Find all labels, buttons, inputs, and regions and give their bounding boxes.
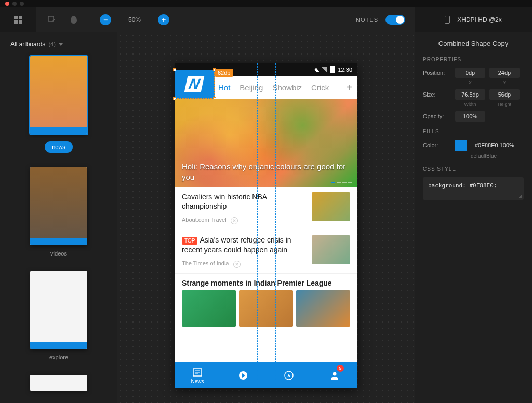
hero-image[interactable]: Holi: Reasons why organic colours are go…	[175, 99, 357, 187]
position-y[interactable]: 24dp	[489, 68, 520, 78]
section-fills: FILLS	[423, 129, 524, 135]
bottom-nav: News 9	[175, 362, 357, 388]
notes-label: NOTES	[356, 17, 378, 23]
top-badge: TOP	[182, 237, 197, 245]
position-x[interactable]: 0dp	[455, 68, 485, 78]
artboard-thumb-4[interactable]	[30, 375, 87, 391]
dismiss-icon[interactable]: ✕	[233, 261, 241, 268]
carousel-dots	[331, 182, 352, 183]
zoom-out-button[interactable]: −	[100, 14, 111, 25]
artboard-thumb-explore[interactable]	[30, 271, 87, 349]
zoom-level: 50%	[126, 16, 143, 23]
tab-beijing[interactable]: Beijing	[240, 83, 263, 92]
edit-icon[interactable]	[48, 16, 56, 24]
story-thumb	[312, 235, 350, 264]
tab-hot[interactable]: Hot	[218, 83, 230, 92]
mac-titlebar	[0, 0, 532, 7]
nav-video[interactable]	[220, 362, 266, 388]
chevron-down-icon	[59, 43, 63, 46]
selected-logo-shape[interactable]: N	[175, 70, 215, 99]
maximize-window-button[interactable]	[20, 2, 24, 6]
close-window-button[interactable]	[5, 2, 9, 6]
story-title: Cavaliers win historic NBA championship	[182, 192, 305, 211]
zoom-in-button[interactable]: +	[158, 14, 169, 25]
person-icon	[329, 370, 340, 381]
css-code[interactable]: background: #0F88E0;	[423, 177, 524, 200]
grid-view-icon[interactable]	[14, 16, 22, 24]
artboards-sidebar: All artboards (4) news videos explore	[0, 32, 117, 403]
eyedropper-icon[interactable]	[71, 16, 77, 24]
news-icon	[192, 367, 203, 378]
selection-name: Combined Shape Copy	[423, 39, 524, 47]
artboard-label: explore	[10, 354, 107, 360]
color-name: defaultBlue	[471, 153, 524, 159]
notes-toggle[interactable]	[385, 15, 405, 25]
app-header: N 62dp Hot Beijing Showbiz Crick +	[175, 76, 357, 99]
artboard-thumb-videos[interactable]	[30, 167, 87, 245]
play-icon	[238, 370, 248, 381]
size-height[interactable]: 56dp	[489, 89, 520, 100]
tab-showbiz[interactable]: Showbiz	[272, 83, 302, 92]
tab-cricket[interactable]: Crick	[311, 83, 329, 92]
signal-icon	[322, 67, 327, 72]
nav-news[interactable]: News	[175, 362, 220, 388]
add-tab-icon[interactable]: +	[346, 82, 352, 93]
size-width[interactable]: 76.5dp	[455, 89, 485, 100]
color-swatch[interactable]	[455, 140, 467, 151]
section-css: CSS STYLE	[423, 166, 524, 172]
compass-icon	[284, 370, 294, 381]
nav-profile[interactable]: 9	[312, 362, 357, 388]
clock: 12:30	[338, 66, 352, 73]
story-thumb	[312, 192, 350, 221]
canvas[interactable]: 12:30 N 62dp Hot Beijing Showbiz Crick +	[117, 32, 415, 403]
grid-thumb[interactable]	[239, 290, 293, 327]
device-icon	[445, 16, 450, 24]
hero-title: Holi: Reasons why organic colours are go…	[175, 156, 357, 187]
battery-icon	[330, 66, 335, 73]
artboard-label: videos	[10, 250, 107, 257]
list-item[interactable]: TOPAsia's worst refugee crisis in recent…	[175, 230, 357, 273]
story-source: About.com Travel	[182, 217, 227, 223]
top-toolbar: − 50% + NOTES XHDPI HD @2x	[0, 7, 532, 32]
grid-thumb[interactable]	[182, 290, 236, 327]
section-properties: PROPERTIES	[423, 57, 524, 62]
section-title: Strange moments in Indian Premier League	[175, 274, 357, 290]
grid-thumb[interactable]	[296, 290, 350, 327]
nav-explore[interactable]	[266, 362, 312, 388]
device-label[interactable]: XHDPI HD @2x	[457, 16, 502, 23]
wifi-icon	[313, 68, 319, 72]
artboard-thumb-news[interactable]	[30, 56, 87, 134]
artboard-phone[interactable]: 12:30 N 62dp Hot Beijing Showbiz Crick +	[175, 63, 357, 388]
svg-point-7	[333, 372, 337, 376]
minimize-window-button[interactable]	[12, 2, 17, 6]
measurement-badge: 62dp	[215, 69, 233, 77]
list-item[interactable]: Cavaliers win historic NBA championship …	[175, 187, 357, 230]
logo-letter: N	[184, 76, 205, 92]
inspector-panel: Combined Shape Copy PROPERTIES Position:…	[415, 32, 532, 403]
story-title: TOPAsia's worst refugee crisis in recent…	[182, 235, 305, 254]
opacity-value[interactable]: 100%	[455, 111, 485, 122]
artboard-label: news	[45, 141, 73, 153]
color-value[interactable]: #0F88E0 100%	[475, 142, 514, 149]
dismiss-icon[interactable]: ✕	[231, 217, 238, 224]
notification-badge: 9	[337, 365, 344, 372]
story-source: The Times of India	[182, 260, 229, 266]
artboards-header[interactable]: All artboards (4)	[10, 41, 107, 48]
image-grid	[175, 290, 357, 327]
